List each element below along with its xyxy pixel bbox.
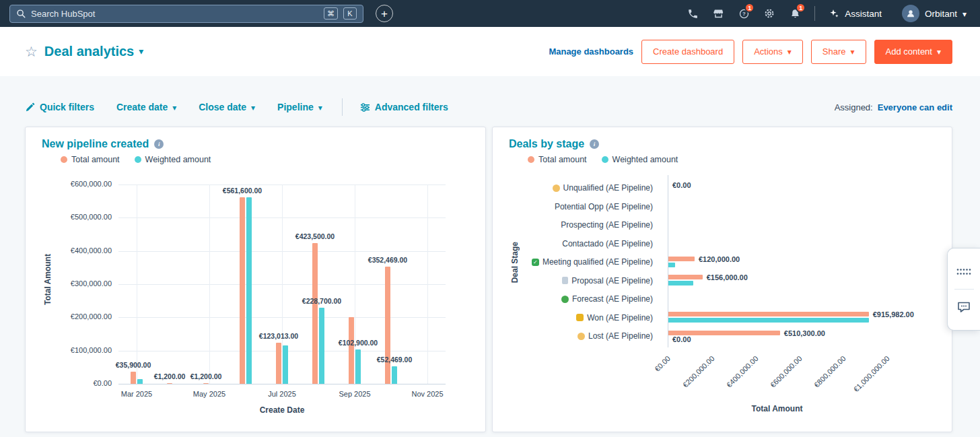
quick-create-button[interactable] xyxy=(376,5,393,22)
marketplace-icon xyxy=(713,8,724,20)
settings-button[interactable] xyxy=(757,3,782,24)
deal-stage-label: Prospecting (AE Pipeline) xyxy=(509,220,653,230)
total-amount-bar[interactable] xyxy=(276,343,281,384)
weighted-amount-bar[interactable] xyxy=(392,366,397,384)
cmd-key-badge: ⌘ xyxy=(324,7,338,20)
total-amount-bar[interactable] xyxy=(668,312,869,316)
chevron-down-icon xyxy=(788,46,792,57)
create-date-filter[interactable]: Create date xyxy=(116,102,176,112)
total-amount-bar[interactable] xyxy=(668,257,695,261)
x-axis-tick-label: Sep 2025 xyxy=(328,390,382,398)
total-amount-bar[interactable] xyxy=(349,317,354,384)
account-menu[interactable]: Orbitant xyxy=(898,2,971,25)
x-axis-tick-label: Mar 2025 xyxy=(110,390,164,398)
x-axis-tick-label: Jul 2025 xyxy=(255,390,309,398)
deal-stage-label: Contactado (AE Pipeline) xyxy=(509,238,653,249)
x-axis-tick-label: €400,000.00 xyxy=(725,354,760,389)
assistant-button[interactable]: Assistant xyxy=(822,4,888,23)
stage-emoji-icon xyxy=(562,277,568,284)
chevron-down-icon xyxy=(251,102,255,112)
deal-stage-label: Lost (AE Pipeline) xyxy=(509,331,653,341)
add-content-button[interactable]: Add content xyxy=(874,40,952,64)
deal-stage-label: Potential Opp (AE Pipeline) xyxy=(509,201,653,212)
gear-icon xyxy=(763,7,775,20)
pipeline-label: Pipeline xyxy=(277,102,314,112)
stage-emoji-icon xyxy=(553,184,560,192)
legend-item-weighted[interactable]: Weighted amount xyxy=(135,155,211,164)
quick-filters-label: Quick filters xyxy=(40,102,94,112)
legend-label: Total amount xyxy=(71,155,120,164)
weighted-amount-bar[interactable] xyxy=(355,349,361,384)
help-button[interactable]: ? 1 xyxy=(731,3,757,24)
bar-value-label: €1,200.00 xyxy=(190,372,222,380)
marketplace-button[interactable] xyxy=(705,3,731,24)
total-amount-bar[interactable] xyxy=(167,383,172,384)
pipeline-filter[interactable]: Pipeline xyxy=(277,102,322,112)
legend-item-weighted[interactable]: Weighted amount xyxy=(602,155,678,164)
x-axis-tick-label: €1,000,000.00 xyxy=(851,354,890,393)
total-amount-bar[interactable] xyxy=(385,267,390,384)
deal-stage-label: Unqualified (AE Pipeline) xyxy=(509,182,653,193)
legend-item-total[interactable]: Total amount xyxy=(61,155,120,164)
search-input[interactable] xyxy=(31,9,318,19)
y-axis-title: Deal Stage xyxy=(510,242,520,283)
legend-label: Total amount xyxy=(538,155,587,164)
favorite-star-icon[interactable] xyxy=(25,44,38,59)
stage-emoji-icon xyxy=(532,259,539,266)
notifications-button[interactable]: 1 xyxy=(782,3,808,24)
weighted-amount-bar[interactable] xyxy=(283,345,288,384)
share-button[interactable]: Share xyxy=(811,40,866,64)
total-amount-bar[interactable] xyxy=(203,383,209,384)
legend-item-total[interactable]: Total amount xyxy=(528,155,587,164)
legend-dot-weighted xyxy=(602,156,608,163)
create-dashboard-button[interactable]: Create dashboard xyxy=(641,40,734,64)
report-card-deals-by-stage: Deals by stage i Total amount Weighted a… xyxy=(492,127,952,432)
pencil-icon xyxy=(25,102,35,112)
total-amount-bar[interactable] xyxy=(668,331,780,335)
info-icon[interactable]: i xyxy=(590,139,599,149)
global-search[interactable]: ⌘ K xyxy=(9,5,363,23)
chevron-down-icon xyxy=(139,46,143,57)
weighted-amount-bar[interactable] xyxy=(246,197,252,384)
chevron-down-icon xyxy=(963,9,967,19)
total-amount-bar[interactable] xyxy=(312,243,318,384)
v-gridline xyxy=(137,184,137,384)
weighted-amount-bar[interactable] xyxy=(668,263,675,267)
total-amount-bar[interactable] xyxy=(240,197,245,384)
apps-grid-button[interactable] xyxy=(948,254,980,289)
info-icon[interactable]: i xyxy=(154,139,164,149)
weighted-amount-bar[interactable] xyxy=(319,308,324,384)
v-gridline xyxy=(427,184,428,384)
advanced-filters-button[interactable]: Advanced filters xyxy=(360,102,448,112)
total-amount-bar[interactable] xyxy=(668,275,703,279)
assigned-value-link[interactable]: Everyone can edit xyxy=(878,102,952,112)
deal-stage-label: Proposal (AE Pipeline) xyxy=(509,275,653,286)
x-axis-tick-label: €200,000.00 xyxy=(681,354,716,389)
y-axis-tick-label: €400,000.00 xyxy=(42,246,112,255)
weighted-amount-bar[interactable] xyxy=(668,281,693,285)
weighted-amount-bar[interactable] xyxy=(137,379,143,384)
weighted-amount-bar[interactable] xyxy=(668,318,869,323)
quick-filters-button[interactable]: Quick filters xyxy=(25,102,94,112)
calling-button[interactable] xyxy=(680,3,705,24)
total-amount-bar[interactable] xyxy=(131,372,136,384)
chat-feedback-button[interactable] xyxy=(948,290,980,325)
manage-dashboards-link[interactable]: Manage dashboards xyxy=(549,46,633,57)
actions-button[interactable]: Actions xyxy=(742,40,803,64)
close-date-filter[interactable]: Close date xyxy=(199,102,255,112)
bar-value-label: €561,600.00 xyxy=(223,187,262,195)
dashboard-title-dropdown[interactable]: Deal analytics xyxy=(44,44,143,59)
chart-legend: Total amount Weighted amount xyxy=(61,154,469,164)
legend-dot-weighted xyxy=(135,156,141,163)
x-axis-title: Total Amount xyxy=(668,404,886,413)
bar-value-label: €510,300.00 xyxy=(784,329,825,337)
chevron-down-icon xyxy=(937,46,941,57)
deals-by-stage-chart: Unqualified (AE Pipeline)€0.00Potential … xyxy=(509,170,936,415)
bar-value-label: €0.00 xyxy=(672,181,691,189)
dashboard-header: Deal analytics Manage dashboards Create … xyxy=(0,27,980,76)
sparkle-icon xyxy=(829,8,839,19)
deal-stage-label: Forecast (AE Pipeline) xyxy=(509,294,653,304)
report-title: Deals by stage xyxy=(509,138,584,150)
stage-emoji-icon xyxy=(578,333,585,340)
y-axis-tick-label: €600,000.00 xyxy=(42,180,112,188)
